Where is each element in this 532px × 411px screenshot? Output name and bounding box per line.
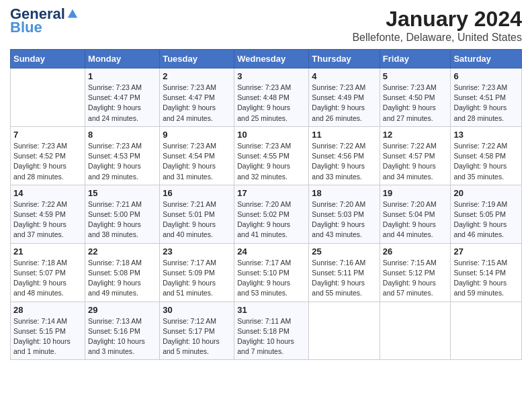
calendar-header-row: SundayMondayTuesdayWednesdayThursdayFrid… <box>11 50 522 68</box>
day-number: 18 <box>312 188 377 198</box>
day-info: Sunrise: 7:23 AMSunset: 4:50 PMDaylight:… <box>383 83 448 124</box>
day-info: Sunrise: 7:23 AMSunset: 4:55 PMDaylight:… <box>237 141 306 182</box>
day-number: 14 <box>13 188 82 198</box>
calendar-cell <box>309 302 380 360</box>
calendar-cell: 31Sunrise: 7:11 AMSunset: 5:18 PMDayligh… <box>234 302 309 360</box>
calendar-cell: 22Sunrise: 7:18 AMSunset: 5:08 PMDayligh… <box>85 243 160 302</box>
calendar-cell: 8Sunrise: 7:23 AMSunset: 4:53 PMDaylight… <box>85 126 160 185</box>
title-block: January 2024 Bellefonte, Delaware, Unite… <box>352 7 522 44</box>
header-thursday: Thursday <box>309 50 380 68</box>
day-info: Sunrise: 7:19 AMSunset: 5:05 PMDaylight:… <box>453 199 519 240</box>
day-info: Sunrise: 7:18 AMSunset: 5:07 PMDaylight:… <box>13 258 82 299</box>
day-number: 22 <box>88 246 157 257</box>
calendar-cell: 1Sunrise: 7:23 AMSunset: 4:47 PMDaylight… <box>85 68 160 127</box>
calendar-week-row: 1Sunrise: 7:23 AMSunset: 4:47 PMDaylight… <box>11 68 522 127</box>
calendar-cell: 17Sunrise: 7:20 AMSunset: 5:02 PMDayligh… <box>234 185 309 243</box>
day-info: Sunrise: 7:20 AMSunset: 5:04 PMDaylight:… <box>383 199 448 240</box>
day-info: Sunrise: 7:17 AMSunset: 5:10 PMDaylight:… <box>237 258 306 299</box>
day-info: Sunrise: 7:23 AMSunset: 4:47 PMDaylight:… <box>163 83 231 124</box>
day-number: 11 <box>312 130 377 140</box>
page-subtitle: Bellefonte, Delaware, United States <box>352 32 522 44</box>
calendar-cell: 4Sunrise: 7:23 AMSunset: 4:49 PMDaylight… <box>309 68 380 127</box>
day-number: 27 <box>453 246 519 257</box>
day-number: 6 <box>453 71 519 81</box>
calendar-cell: 5Sunrise: 7:23 AMSunset: 4:50 PMDaylight… <box>380 68 451 127</box>
header: General Blue January 2024 Bellefonte, De… <box>10 7 522 44</box>
day-info: Sunrise: 7:23 AMSunset: 4:54 PMDaylight:… <box>163 141 231 182</box>
day-number: 17 <box>237 188 306 198</box>
calendar-week-row: 28Sunrise: 7:14 AMSunset: 5:15 PMDayligh… <box>11 302 522 360</box>
day-info: Sunrise: 7:23 AMSunset: 4:47 PMDaylight:… <box>88 83 157 124</box>
day-number: 29 <box>88 305 157 315</box>
calendar-week-row: 14Sunrise: 7:22 AMSunset: 4:59 PMDayligh… <box>11 185 522 243</box>
day-number: 21 <box>13 246 82 257</box>
day-info: Sunrise: 7:21 AMSunset: 5:00 PMDaylight:… <box>88 199 157 240</box>
day-info: Sunrise: 7:23 AMSunset: 4:48 PMDaylight:… <box>237 83 306 124</box>
day-number: 12 <box>383 130 448 140</box>
calendar-cell: 23Sunrise: 7:17 AMSunset: 5:09 PMDayligh… <box>160 243 234 302</box>
day-number: 3 <box>237 71 306 81</box>
calendar-cell: 24Sunrise: 7:17 AMSunset: 5:10 PMDayligh… <box>234 243 309 302</box>
calendar-cell: 28Sunrise: 7:14 AMSunset: 5:15 PMDayligh… <box>11 302 85 360</box>
calendar-cell: 2Sunrise: 7:23 AMSunset: 4:47 PMDaylight… <box>160 68 234 127</box>
calendar-cell: 14Sunrise: 7:22 AMSunset: 4:59 PMDayligh… <box>11 185 85 243</box>
day-info: Sunrise: 7:21 AMSunset: 5:01 PMDaylight:… <box>163 199 231 240</box>
day-number: 2 <box>163 71 231 81</box>
calendar-cell: 29Sunrise: 7:13 AMSunset: 5:16 PMDayligh… <box>85 302 160 360</box>
logo-icon <box>66 8 79 20</box>
day-number: 31 <box>237 305 306 315</box>
header-friday: Friday <box>380 50 451 68</box>
calendar-cell: 10Sunrise: 7:23 AMSunset: 4:55 PMDayligh… <box>234 126 309 185</box>
header-wednesday: Wednesday <box>234 50 309 68</box>
calendar-cell: 7Sunrise: 7:23 AMSunset: 4:52 PMDaylight… <box>11 126 85 185</box>
calendar-cell <box>11 68 85 127</box>
day-number: 5 <box>383 71 448 81</box>
calendar-cell: 27Sunrise: 7:15 AMSunset: 5:14 PMDayligh… <box>451 243 522 302</box>
calendar-cell: 16Sunrise: 7:21 AMSunset: 5:01 PMDayligh… <box>160 185 234 243</box>
day-info: Sunrise: 7:22 AMSunset: 4:56 PMDaylight:… <box>312 141 377 182</box>
day-number: 15 <box>88 188 157 198</box>
day-info: Sunrise: 7:15 AMSunset: 5:12 PMDaylight:… <box>383 258 448 299</box>
day-info: Sunrise: 7:23 AMSunset: 4:51 PMDaylight:… <box>453 83 519 124</box>
day-number: 30 <box>163 305 231 315</box>
day-number: 20 <box>453 188 519 198</box>
day-number: 19 <box>383 188 448 198</box>
day-info: Sunrise: 7:12 AMSunset: 5:17 PMDaylight:… <box>163 316 231 357</box>
day-info: Sunrise: 7:23 AMSunset: 4:53 PMDaylight:… <box>88 141 157 182</box>
day-info: Sunrise: 7:14 AMSunset: 5:15 PMDaylight:… <box>13 316 82 357</box>
day-number: 8 <box>88 130 157 140</box>
calendar-cell: 11Sunrise: 7:22 AMSunset: 4:56 PMDayligh… <box>309 126 380 185</box>
header-tuesday: Tuesday <box>160 50 234 68</box>
calendar-cell <box>380 302 451 360</box>
day-number: 4 <box>312 71 377 81</box>
calendar-cell: 13Sunrise: 7:22 AMSunset: 4:58 PMDayligh… <box>451 126 522 185</box>
calendar-cell: 21Sunrise: 7:18 AMSunset: 5:07 PMDayligh… <box>11 243 85 302</box>
day-info: Sunrise: 7:18 AMSunset: 5:08 PMDaylight:… <box>88 258 157 299</box>
day-number: 26 <box>383 246 448 257</box>
calendar-cell: 9Sunrise: 7:23 AMSunset: 4:54 PMDaylight… <box>160 126 234 185</box>
page-title: January 2024 <box>352 7 522 32</box>
day-number: 13 <box>453 130 519 140</box>
calendar-cell: 20Sunrise: 7:19 AMSunset: 5:05 PMDayligh… <box>451 185 522 243</box>
day-number: 23 <box>163 246 231 257</box>
day-info: Sunrise: 7:22 AMSunset: 4:59 PMDaylight:… <box>13 199 82 240</box>
day-info: Sunrise: 7:15 AMSunset: 5:14 PMDaylight:… <box>453 258 519 299</box>
calendar-cell: 3Sunrise: 7:23 AMSunset: 4:48 PMDaylight… <box>234 68 309 127</box>
day-info: Sunrise: 7:11 AMSunset: 5:18 PMDaylight:… <box>237 316 306 357</box>
day-info: Sunrise: 7:22 AMSunset: 4:57 PMDaylight:… <box>383 141 448 182</box>
calendar-cell: 12Sunrise: 7:22 AMSunset: 4:57 PMDayligh… <box>380 126 451 185</box>
calendar-cell: 25Sunrise: 7:16 AMSunset: 5:11 PMDayligh… <box>309 243 380 302</box>
day-info: Sunrise: 7:13 AMSunset: 5:16 PMDaylight:… <box>88 316 157 357</box>
calendar-cell: 6Sunrise: 7:23 AMSunset: 4:51 PMDaylight… <box>451 68 522 127</box>
calendar-week-row: 21Sunrise: 7:18 AMSunset: 5:07 PMDayligh… <box>11 243 522 302</box>
header-monday: Monday <box>85 50 160 68</box>
day-number: 1 <box>88 71 157 81</box>
calendar-table: SundayMondayTuesdayWednesdayThursdayFrid… <box>10 49 522 360</box>
day-info: Sunrise: 7:23 AMSunset: 4:52 PMDaylight:… <box>13 141 82 182</box>
day-number: 24 <box>237 246 306 257</box>
header-saturday: Saturday <box>451 50 522 68</box>
logo-blue: Blue <box>10 19 42 36</box>
calendar-cell: 30Sunrise: 7:12 AMSunset: 5:17 PMDayligh… <box>160 302 234 360</box>
calendar-cell <box>451 302 522 360</box>
day-info: Sunrise: 7:20 AMSunset: 5:03 PMDaylight:… <box>312 199 377 240</box>
